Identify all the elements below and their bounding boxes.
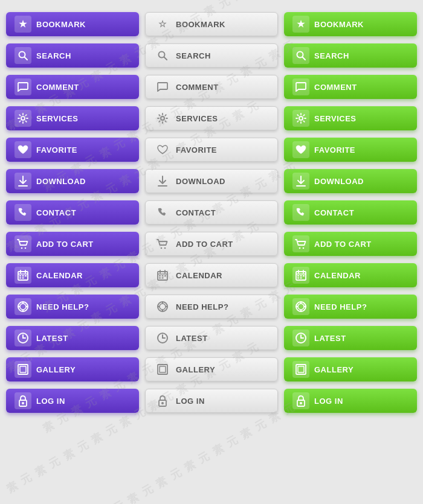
contact-button-green[interactable]: CONTACT	[284, 200, 417, 225]
search-label-gray: SEARCH	[176, 51, 269, 60]
svg-rect-44	[300, 278, 302, 279]
svg-point-14	[161, 247, 163, 249]
calendar-label-gray: CALENDAR	[176, 271, 269, 280]
contact-button-gray[interactable]: CONTACT	[145, 200, 278, 225]
gallery-icon-gray	[154, 361, 171, 378]
latest-icon-gray	[154, 330, 171, 346]
download-label-purple: DOWNLOAD	[36, 177, 131, 186]
calendar-button-purple[interactable]: CALENDAR	[6, 263, 139, 287]
cart-icon-green	[292, 235, 309, 252]
cart-icon-purple	[15, 235, 31, 252]
login-label-purple: LOG IN	[36, 397, 131, 406]
search-button-green[interactable]: SEARCH	[284, 43, 417, 68]
latest-icon-purple	[15, 330, 31, 346]
gallery-label-green: GALLERY	[314, 365, 408, 374]
contact-icon-purple	[15, 204, 31, 221]
search-label-purple: SEARCH	[36, 51, 131, 60]
login-button-green[interactable]: LOG IN	[284, 389, 417, 413]
svg-rect-73	[20, 366, 26, 372]
svg-point-17	[303, 247, 305, 249]
login-label-gray: LOG IN	[176, 397, 269, 406]
comment-button-gray[interactable]: COMMENT	[145, 75, 278, 99]
comment-label-purple: COMMENT	[36, 83, 131, 92]
need-help-icon-green	[292, 298, 309, 315]
svg-line-3	[164, 57, 167, 60]
favorite-button-green[interactable]: FAVORITE	[284, 138, 417, 162]
bookmark-icon-green: ★	[292, 16, 309, 33]
svg-point-79	[22, 402, 24, 404]
search-label-green: SEARCH	[314, 51, 408, 60]
comment-icon-purple	[15, 78, 31, 95]
add-to-cart-label-green: ADD TO CART	[314, 240, 408, 249]
contact-button-purple[interactable]: CONTACT	[6, 200, 139, 225]
add-to-cart-button-green[interactable]: ADD TO CART	[284, 232, 417, 256]
favorite-button-purple[interactable]: FAVORITE	[6, 138, 139, 162]
login-button-purple[interactable]: LOG IN	[6, 389, 139, 413]
gallery-button-purple[interactable]: GALLERY	[6, 357, 139, 381]
favorite-label-gray: FAVORITE	[176, 145, 269, 155]
calendar-button-green[interactable]: CALENDAR	[284, 263, 417, 287]
svg-rect-25	[19, 278, 21, 279]
services-icon-gray	[154, 110, 171, 127]
login-button-gray[interactable]: LOG IN	[145, 389, 278, 413]
services-label-green: SERVICES	[314, 114, 408, 123]
svg-rect-32	[162, 275, 164, 276]
login-icon-purple	[15, 392, 31, 409]
download-button-purple[interactable]: DOWNLOAD	[6, 169, 139, 193]
svg-rect-22	[19, 275, 21, 276]
need-help-button-purple[interactable]: NEED HELP?	[6, 295, 139, 319]
svg-line-5	[303, 57, 306, 60]
latest-button-purple[interactable]: LATEST	[6, 326, 139, 350]
search-button-gray[interactable]: SEARCH	[145, 43, 278, 68]
svg-point-52	[160, 304, 166, 310]
svg-rect-40	[297, 275, 299, 276]
favorite-icon-gray	[154, 141, 171, 158]
add-to-cart-button-gray[interactable]: ADD TO CART	[145, 232, 278, 256]
download-label-gray: DOWNLOAD	[176, 177, 269, 186]
search-icon-purple	[15, 47, 31, 64]
latest-label-gray: LATEST	[176, 334, 269, 343]
svg-rect-35	[162, 278, 164, 279]
download-label-green: DOWNLOAD	[314, 177, 408, 186]
svg-rect-31	[159, 275, 161, 276]
download-button-green[interactable]: DOWNLOAD	[284, 169, 417, 193]
services-button-gray[interactable]: SERVICES	[145, 106, 278, 130]
comment-icon-gray	[154, 78, 171, 95]
need-help-button-gray[interactable]: NEED HELP?	[145, 295, 278, 319]
contact-icon-green	[292, 204, 309, 221]
favorite-label-green: FAVORITE	[314, 145, 408, 155]
add-to-cart-button-purple[interactable]: ADD TO CART	[6, 232, 139, 256]
svg-point-81	[161, 402, 164, 404]
comment-button-green[interactable]: COMMENT	[284, 75, 417, 99]
need-help-icon-gray	[154, 298, 171, 315]
bookmark-button-gray[interactable]: ☆ BOOKMARK	[145, 12, 278, 36]
latest-button-green[interactable]: LATEST	[284, 326, 417, 350]
svg-point-58	[298, 304, 304, 310]
svg-rect-41	[300, 275, 302, 276]
need-help-button-green[interactable]: NEED HELP?	[284, 295, 417, 319]
contact-icon-gray	[154, 204, 171, 221]
bookmark-label-green: BOOKMARK	[314, 20, 408, 29]
favorite-button-gray[interactable]: FAVORITE	[145, 138, 278, 162]
download-button-gray[interactable]: DOWNLOAD	[145, 169, 278, 193]
svg-point-46	[20, 304, 26, 310]
button-grid: ★ BOOKMARK ☆ BOOKMARK ★ BOOKMARK SEARCH …	[6, 12, 417, 413]
svg-point-13	[25, 247, 27, 249]
calendar-icon-green	[292, 267, 309, 284]
services-button-green[interactable]: SERVICES	[284, 106, 417, 130]
bookmark-button-purple[interactable]: ★ BOOKMARK	[6, 12, 139, 36]
svg-rect-23	[22, 275, 24, 276]
services-label-purple: SERVICES	[36, 114, 131, 123]
svg-point-83	[300, 402, 302, 404]
bookmark-button-green[interactable]: ★ BOOKMARK	[284, 12, 417, 36]
cart-icon-gray	[154, 235, 171, 252]
services-button-purple[interactable]: SERVICES	[6, 106, 139, 130]
latest-button-gray[interactable]: LATEST	[145, 326, 278, 350]
search-button-purple[interactable]: SEARCH	[6, 43, 139, 68]
bookmark-icon-gray: ☆	[154, 16, 171, 33]
gallery-button-gray[interactable]: GALLERY	[145, 357, 278, 381]
gallery-button-green[interactable]: GALLERY	[284, 357, 417, 381]
svg-point-15	[164, 247, 166, 249]
comment-button-purple[interactable]: COMMENT	[6, 75, 139, 99]
calendar-button-gray[interactable]: CALENDAR	[145, 263, 278, 287]
